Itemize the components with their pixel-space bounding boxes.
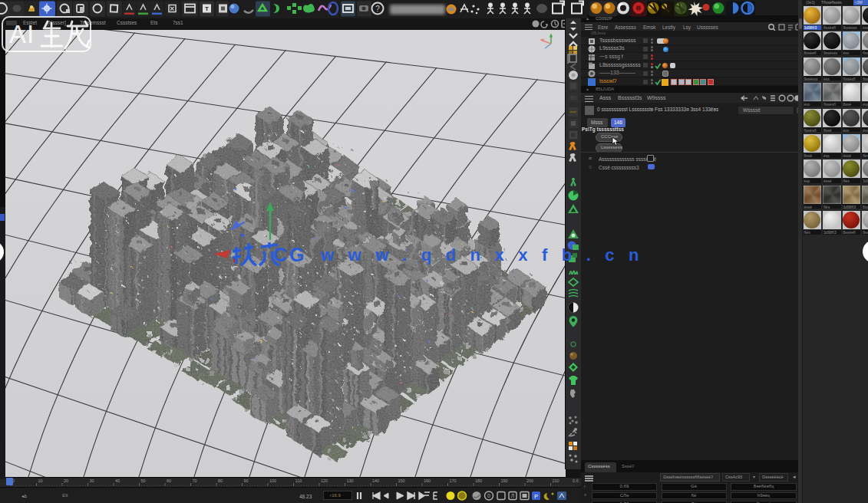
- svg-text:50: 50: [141, 478, 146, 483]
- svg-text:100: 100: [269, 478, 276, 483]
- svg-text:30: 30: [90, 478, 94, 483]
- svg-text:170: 170: [450, 478, 457, 483]
- svg-text:70: 70: [193, 478, 197, 483]
- svg-text:190: 190: [501, 478, 508, 483]
- svg-text:200: 200: [526, 478, 533, 483]
- svg-text:90: 90: [570, 95, 576, 100]
- svg-text:40: 40: [115, 478, 120, 483]
- svg-text:60: 60: [167, 478, 171, 483]
- svg-text:140: 140: [372, 478, 379, 483]
- svg-text:90: 90: [244, 478, 249, 483]
- svg-text:10: 10: [38, 478, 43, 483]
- svg-text:0: 0: [487, 493, 490, 498]
- svg-text:?: ?: [375, 5, 380, 13]
- svg-text:150: 150: [398, 478, 405, 483]
- svg-text:130: 130: [347, 478, 354, 483]
- svg-text:120: 120: [321, 478, 328, 483]
- svg-text:160: 160: [424, 478, 431, 483]
- svg-text:P: P: [534, 494, 538, 499]
- svg-text:80: 80: [218, 478, 223, 483]
- svg-text:20: 20: [64, 478, 68, 483]
- svg-text:T: T: [205, 5, 209, 12]
- svg-text:210: 210: [553, 478, 559, 483]
- svg-text:180: 180: [475, 478, 482, 483]
- svg-text:Л: Л: [511, 493, 514, 498]
- svg-text:110: 110: [295, 478, 302, 483]
